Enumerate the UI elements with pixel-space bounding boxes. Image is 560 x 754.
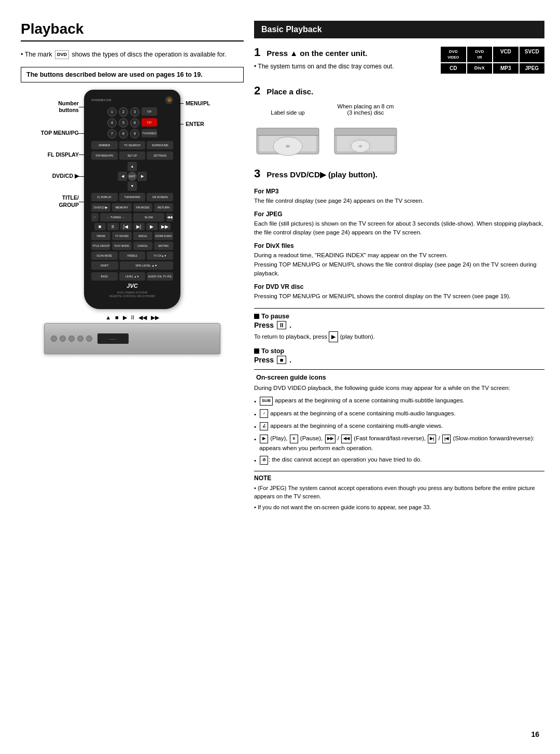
btn-return[interactable]: RETURN bbox=[154, 203, 173, 212]
btn-5[interactable]: 5 bbox=[119, 118, 128, 128]
btn-set-up[interactable]: SET UP bbox=[119, 151, 146, 160]
note-body: • (For JPEG) The system cannot accept op… bbox=[254, 484, 544, 512]
btn-skip-fwd[interactable]: ▶| bbox=[133, 223, 145, 230]
guide-item-5: • ⊘: the disc cannot accept an operation… bbox=[254, 455, 544, 465]
btn-tv[interactable]: TV/VIDEO bbox=[142, 129, 157, 137]
dev-icon-eject: ▲ bbox=[105, 314, 111, 321]
btn-bass[interactable]: BASS bbox=[91, 272, 118, 281]
btn-fwd[interactable]: ▶▶ bbox=[159, 223, 171, 230]
to-pause-press: Press II. bbox=[254, 321, 544, 329]
btn-angle[interactable]: ANGLE bbox=[133, 232, 152, 240]
btn-play-mode[interactable]: PLAY MODE bbox=[112, 242, 131, 250]
dev-btn-2[interactable] bbox=[60, 336, 66, 342]
stop-square-icon bbox=[254, 348, 259, 354]
dev-btn-4[interactable] bbox=[77, 336, 83, 342]
btn-fm-am[interactable]: FM/AM bbox=[91, 232, 110, 240]
btn-zoom[interactable]: ZOOM AUDIO bbox=[154, 232, 173, 240]
btn-top-menu[interactable]: TOP MENU/PG bbox=[91, 151, 118, 160]
btn-cd[interactable]: CD bbox=[142, 118, 157, 127]
btn-tuning[interactable]: ← TUNING → bbox=[100, 213, 132, 221]
btn-audio-vol[interactable]: AUDIO VOL TV VOL bbox=[147, 272, 173, 281]
disc-svg-8cm bbox=[332, 118, 399, 159]
btn-memory[interactable]: MEMORY bbox=[112, 203, 131, 212]
bullet-dot-2: • bbox=[254, 410, 256, 419]
btn-treble[interactable]: TREBLE bbox=[119, 252, 146, 260]
divider-2 bbox=[254, 369, 544, 370]
btn-surround[interactable]: SURROUND bbox=[147, 141, 173, 149]
left-column: Playback • The mark DVD shows the types … bbox=[21, 21, 244, 733]
btn-3[interactable]: 3 bbox=[130, 107, 139, 117]
guide-item-4-text: ▶ (Play), II (Pause), ▶▶ / ◀◀ (Fast forw… bbox=[259, 434, 544, 453]
dev-icon-pause: II bbox=[131, 314, 134, 321]
guide-item-3-text: ∠ appears at the beginning of a scene co… bbox=[259, 421, 443, 430]
btn-back[interactable]: ← bbox=[91, 213, 99, 221]
dev-power-btn[interactable] bbox=[51, 336, 57, 342]
btn-dimmer[interactable]: DIMMER bbox=[91, 141, 118, 149]
remote-control: STANDBY/ON ⏻ 1 2 3 O/I 4 5 6 CD bbox=[84, 90, 180, 309]
btn-9[interactable]: 9 bbox=[130, 129, 139, 138]
btn-muting[interactable]: MUTING bbox=[154, 242, 173, 250]
disc-img-8cm: When placing an 8 cm(3 inches) disc bbox=[332, 103, 399, 161]
standby-btn[interactable]: ⏻ bbox=[165, 96, 173, 104]
btn-play[interactable]: ▶ bbox=[146, 223, 158, 230]
btn-cancel[interactable]: CANCEL bbox=[133, 242, 152, 250]
btn-scan[interactable]: SCAN MODE bbox=[91, 252, 118, 260]
btn-tv-ch[interactable]: TV CH▲▼ bbox=[147, 252, 173, 260]
btn-dvd-cd-play[interactable]: DVD/CD ▶ bbox=[91, 203, 110, 212]
dpad-down[interactable]: ▼ bbox=[128, 181, 137, 191]
for-dvd-vr: For DVD VR disc Pressing TOP MENU/PG or … bbox=[254, 283, 544, 301]
dpad-right[interactable]: ▶ bbox=[137, 172, 147, 181]
dpad-left[interactable]: ◀ bbox=[118, 172, 127, 181]
btn-fl-display[interactable]: FL DISPLAY bbox=[91, 193, 118, 201]
disc-label-side: Label side up bbox=[254, 109, 321, 116]
note-box: NOTE • (For JPEG) The system cannot acce… bbox=[254, 471, 544, 512]
btn-fm-mode[interactable]: FM MODE bbox=[133, 203, 152, 212]
btn-pause[interactable]: II bbox=[107, 223, 119, 230]
btn-1[interactable]: 1 bbox=[107, 107, 117, 117]
btn-8[interactable]: 8 bbox=[119, 129, 128, 138]
dev-btn-3[interactable] bbox=[68, 336, 75, 342]
btn-stop[interactable]: ■ bbox=[94, 223, 106, 230]
btn-title-group-r[interactable]: TITLE GROUP bbox=[91, 242, 110, 250]
for-divx-body: During a readout time, "READING INDEX" m… bbox=[254, 251, 544, 278]
btn-oi[interactable]: O/I bbox=[142, 107, 157, 116]
dev-icon-ffwd: ▶▶ bbox=[151, 314, 159, 321]
disc-images: Label side up When pla bbox=[254, 103, 544, 161]
slow-rwd-icon: |◀ bbox=[442, 435, 451, 443]
btn-tv-search[interactable]: TV SEARCH bbox=[119, 141, 146, 149]
dev-btn-5[interactable] bbox=[86, 336, 92, 342]
for-jpeg-title: For JPEG bbox=[254, 211, 544, 218]
dpad: ▲ ◀ ENT ▶ ▼ bbox=[118, 162, 147, 191]
badge-mp3: MP3 bbox=[493, 63, 519, 74]
btn-turn-word[interactable]: TURN/WORD bbox=[119, 193, 146, 201]
btn-tv-sound[interactable]: TV SOUND bbox=[112, 232, 131, 240]
device-illustration: ▲ ■ ▶ II ◀◀ ▶▶ --:-- bbox=[21, 314, 244, 354]
bullet-note: • The mark DVD shows the types of discs … bbox=[21, 50, 244, 60]
btn-skip-bk[interactable]: |◀ bbox=[120, 223, 132, 230]
section-title: Basic Playback bbox=[261, 25, 322, 34]
btn-shift[interactable]: SHIFT bbox=[91, 261, 118, 270]
svg-point-4 bbox=[287, 145, 289, 147]
to-pause-section: To pause Press II. To return to playback… bbox=[254, 313, 544, 342]
btn-slow[interactable]: SLOW bbox=[133, 213, 165, 221]
dev-icon-rwd: ◀◀ bbox=[138, 314, 147, 321]
section-header: Basic Playback bbox=[254, 21, 544, 38]
btn-rwd[interactable]: ◀◀ bbox=[166, 213, 173, 221]
step-1-title: Press ▲ on the center unit. bbox=[267, 49, 367, 58]
bullet-dot-1: • bbox=[254, 397, 256, 406]
tuning-row: ← ← TUNING → SLOW ◀◀ bbox=[91, 213, 173, 221]
dpad-enter[interactable]: ENT bbox=[128, 172, 137, 181]
prohibited-icon: ⊘ bbox=[260, 456, 268, 465]
step-1-body: • The system turns on and the disc tray … bbox=[254, 62, 436, 71]
btn-6[interactable]: 6 bbox=[130, 118, 139, 128]
btn-7[interactable]: 7 bbox=[107, 129, 117, 138]
btn-2[interactable]: 2 bbox=[119, 107, 128, 117]
note-item-2: • If you do not want the on-screen guide… bbox=[254, 503, 544, 512]
btn-4[interactable]: 4 bbox=[107, 118, 117, 128]
btn-settings[interactable]: SETTINGS bbox=[147, 151, 173, 160]
btn-on-screen[interactable]: ON SCREEN bbox=[147, 193, 173, 201]
dpad-up[interactable]: ▲ bbox=[128, 162, 137, 171]
btn-spk-level[interactable]: SPK-LEVEL ▲▼ bbox=[120, 261, 173, 270]
note-item-1: • (For JPEG) The system cannot accept op… bbox=[254, 484, 544, 501]
btn-level[interactable]: LEVEL ▲▼ bbox=[119, 272, 146, 281]
